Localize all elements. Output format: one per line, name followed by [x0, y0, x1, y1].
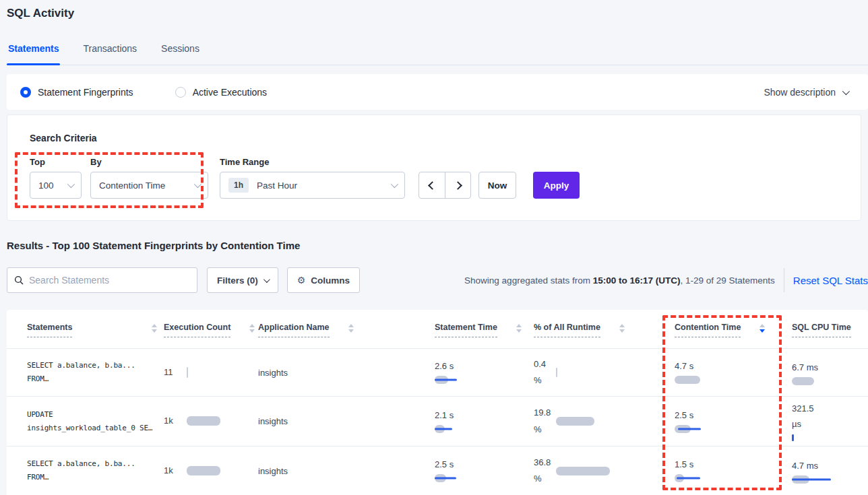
column-header-statements[interactable]: Statements [27, 323, 164, 337]
search-criteria-form: Top 100 By Contention Time Time Range 1h… [30, 157, 580, 199]
chevron-down-icon [67, 180, 75, 188]
sort-icon[interactable] [619, 324, 625, 333]
time-next-button[interactable] [445, 172, 470, 198]
time-range-value: Past Hour [257, 180, 297, 191]
sort-icon[interactable] [249, 324, 255, 333]
tab-statements[interactable]: Statements [7, 40, 60, 65]
statement-line1: SELECT a.balance, b.ba... [27, 359, 164, 372]
sort-icon[interactable] [516, 324, 522, 333]
gear-icon: ⚙ [297, 275, 306, 286]
application-name-cell: insights [258, 466, 435, 476]
chevron-down-icon [842, 87, 850, 94]
tab-sessions[interactable]: Sessions [160, 40, 201, 65]
column-label: SQL CPU Time [792, 323, 851, 337]
execution-count-cell: 1k [164, 463, 258, 479]
statement-time-bar [435, 376, 482, 384]
view-mode-strip: Statement Fingerprints Active Executions… [7, 74, 868, 110]
stats-prefix: Showing aggregated stats from [464, 275, 593, 286]
column-header-statement-time[interactable]: Statement Time [435, 323, 534, 337]
statement-time-value: 2.5 s [435, 459, 534, 469]
contention-time-bar [675, 376, 722, 384]
sql-cpu-time-value: 321.5 µs [792, 401, 824, 432]
statement-time-value: 2.6 s [435, 361, 534, 371]
execution-count-cell: 1k [164, 413, 258, 429]
execution-count-bar [187, 466, 220, 475]
time-range-label: Time Range [220, 157, 405, 167]
search-statements-box [7, 267, 197, 293]
column-label: Statements [27, 323, 72, 337]
by-select[interactable]: Contention Time [90, 172, 208, 199]
contention-time-bar [675, 474, 722, 482]
sort-icon[interactable] [152, 324, 157, 333]
statement-line2: FROM… [27, 471, 164, 484]
pct-runtime-cell: 0.4 % [534, 356, 675, 389]
sql-cpu-time-value: 4.7 ms [792, 458, 824, 473]
sql-cpu-tick [792, 434, 794, 441]
radio-active-executions[interactable]: Active Executions [175, 87, 268, 98]
sql-cpu-time-bar [792, 377, 839, 385]
execution-count-value: 1k [164, 463, 187, 479]
statement-time-bar [435, 425, 482, 433]
statement-line1: UPDATE [27, 408, 164, 422]
tab-bar: Statements Transactions Sessions [7, 40, 868, 65]
pct-runtime-value: 0.4 % [534, 356, 556, 389]
top-select[interactable]: 100 [30, 172, 82, 199]
table-row: SELECT a.balance, b.ba... FROM… 11 insig… [7, 348, 868, 396]
columns-button[interactable]: ⚙ Columns [287, 267, 360, 293]
statement-time-value: 2.1 s [435, 410, 534, 420]
chevron-down-icon [194, 180, 202, 188]
stats-range: 15:00 to 16:17 (UTC) [593, 275, 681, 286]
apply-button[interactable]: Apply [533, 172, 580, 199]
time-range-select[interactable]: 1h Past Hour [220, 172, 405, 199]
search-criteria-card: Search Criteria Top 100 By Contention Ti… [7, 114, 861, 221]
by-label: By [90, 157, 208, 167]
column-label: Contention Time [675, 323, 741, 337]
execution-count-value: 1k [164, 413, 187, 429]
now-button[interactable]: Now [478, 172, 516, 199]
show-description-toggle[interactable]: Show description [764, 87, 848, 98]
column-label: Execution Count [164, 323, 230, 337]
application-name-cell: insights [258, 416, 435, 426]
column-label: Statement Time [435, 323, 497, 337]
search-criteria-title: Search Criteria [30, 133, 97, 143]
column-header-application-name[interactable]: Application Name [258, 323, 435, 337]
radio-label: Statement Fingerprints [38, 87, 133, 98]
execution-count-bar [187, 367, 188, 378]
pct-runtime-bar [556, 368, 557, 377]
page-title: SQL Activity [7, 7, 74, 20]
column-header-pct-runtime[interactable]: % of All Runtime [534, 323, 675, 337]
search-icon [14, 275, 24, 285]
statement-line2: FROM… [27, 372, 164, 386]
execution-count-cell: 11 [164, 364, 258, 381]
contention-time-bar [675, 425, 722, 433]
sort-icon[interactable] [348, 324, 354, 333]
statement-link[interactable]: SELECT a.balance, b.ba... FROM… [27, 359, 164, 386]
sql-cpu-time-cell: 6.7 ms [792, 360, 868, 385]
tab-transactions[interactable]: Transactions [82, 40, 138, 65]
radio-label: Active Executions [193, 87, 268, 98]
column-header-contention-time[interactable]: Contention Time [675, 323, 792, 337]
sort-icon-active-desc[interactable] [760, 324, 765, 333]
statement-time-cell: 2.1 s [435, 410, 534, 433]
chevron-down-icon [264, 276, 270, 283]
statement-link[interactable]: UPDATE insights_workload_table_0 SE… [27, 408, 164, 435]
time-prev-button[interactable] [419, 172, 445, 198]
filters-button[interactable]: Filters (0) [207, 267, 278, 293]
statement-link[interactable]: SELECT a.balance, b.ba... FROM… [27, 457, 164, 484]
search-statements-input[interactable] [29, 275, 190, 286]
filters-label: Filters (0) [217, 275, 258, 286]
statement-time-cell: 2.6 s [435, 361, 534, 384]
statements-table: Statements Execution Count Application N… [7, 310, 868, 495]
contention-time-value: 2.5 s [675, 410, 792, 420]
contention-time-value: 1.5 s [675, 459, 792, 469]
statement-time-bar [435, 474, 482, 482]
application-name-cell: insights [258, 368, 435, 378]
column-header-sql-cpu-time[interactable]: SQL CPU Time [792, 323, 868, 337]
results-heading: Results - Top 100 Statement Fingerprints… [7, 240, 300, 251]
radio-statement-fingerprints[interactable]: Statement Fingerprints [20, 87, 133, 98]
reset-sql-stats-link[interactable]: Reset SQL Stats [793, 275, 868, 286]
contention-time-cell: 1.5 s [675, 459, 792, 482]
show-description-label: Show description [764, 87, 836, 98]
column-header-execution-count[interactable]: Execution Count [164, 323, 258, 337]
by-field: By Contention Time [90, 157, 208, 199]
